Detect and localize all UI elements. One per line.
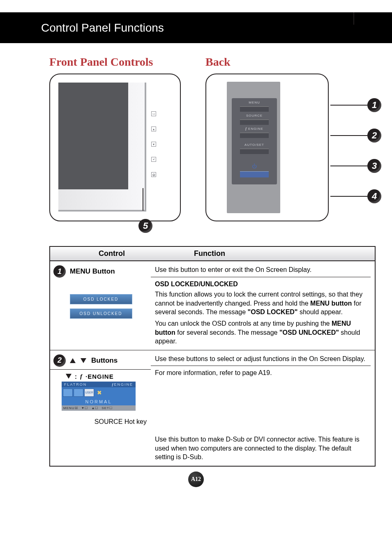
row-badge-2: 2 [53, 354, 66, 367]
source-hotkey-label: SOURCE Hot key [53, 418, 148, 426]
f-engine-osd-preview: FLATRON fENGINE USER ✖ NORMAL MENU☒ ▼☐ ▲… [62, 382, 136, 411]
f-engine-line: : f·ENGINE [66, 373, 148, 380]
back-column: Back MENU SOURCE f ENGINE AUTO/SET ⏻ [205, 55, 329, 221]
function-table: Control Function 1 MENU Button OSD LOCKE… [49, 246, 376, 467]
table-row-menu: 1 MENU Button OSD LOCKED OSD UNLOCKED Us… [50, 261, 375, 350]
menu-glyph-icon: ▭ [151, 111, 156, 116]
osd-paragraph-2: You can unlock the OSD controls at any t… [155, 319, 367, 346]
cell-function-menu: Use this button to enter or exit the On … [151, 261, 375, 350]
diagram-row: Front Panel Controls ▭ ▲ ▼ ↲ ⏻ 5 [0, 43, 392, 225]
fe-normal-label: NORMAL [62, 398, 136, 405]
osd-paragraph-1: This function allows you to lock the cur… [155, 290, 367, 317]
arrow-icons: Buttons [70, 357, 118, 365]
document-page: Control Panel Functions Front Panel Cont… [0, 12, 392, 504]
fe-flatron: FLATRON [64, 382, 87, 386]
back-button-menu [240, 106, 269, 112]
osd-locked-chip: OSD LOCKED [70, 294, 132, 304]
cell-control-menu: 1 MENU Button OSD LOCKED OSD UNLOCKED [50, 261, 151, 350]
page-title: Control Panel Functions [41, 21, 164, 35]
cell-function-arrows: Use these buttons to select or adjust fu… [151, 350, 375, 466]
back-heading: Back [205, 55, 329, 69]
divider [151, 277, 371, 277]
crop-mark [353, 12, 354, 25]
callout-badge-5: 5 [138, 219, 152, 233]
back-label-engine: f ENGINE [245, 127, 263, 131]
back-button-autoset [240, 149, 269, 154]
leader-line-2 [330, 135, 367, 136]
front-heading: Front Panel Controls [49, 55, 181, 69]
callout-row-2: 2 [330, 129, 381, 143]
leader-line-3 [330, 166, 367, 166]
down-arrow-icon [81, 358, 86, 363]
back-button-power [240, 171, 269, 177]
monitor-back-body: MENU SOURCE f ENGINE AUTO/SET ⏻ [227, 82, 280, 213]
table-header: Control Function [50, 247, 375, 261]
callout-number-2: 2 [367, 129, 381, 143]
callout-number-3: 3 [367, 159, 381, 173]
down-arrow-icon [66, 374, 71, 379]
osd-subtitle: OSD LOCKED/UNLOCKED [155, 280, 367, 289]
menu-desc: Use this button to enter or exit the On … [155, 265, 367, 274]
power-glyph-icon: ⏻ [151, 172, 156, 177]
up-arrow-icon [70, 358, 76, 363]
cell-control-arrows: 2 Buttons : f·ENGINE FLATRON [50, 350, 151, 466]
leader-line-5 [143, 188, 143, 211]
arrow-buttons-label: Buttons [91, 357, 118, 365]
back-panel-figure: MENU SOURCE f ENGINE AUTO/SET ⏻ [205, 74, 329, 221]
button-cluster: MENU SOURCE f ENGINE AUTO/SET ⏻ [232, 98, 277, 184]
divider [151, 366, 371, 366]
leader-line-1 [330, 105, 367, 106]
front-column: Front Panel Controls ▭ ▲ ▼ ↲ ⏻ 5 [49, 55, 181, 221]
back-label-menu: MENU [249, 101, 260, 104]
callout-number-1: 1 [367, 98, 381, 112]
fe-nav-bar: MENU☒ ▼☐ ▲☐ SET☐ [62, 405, 136, 411]
divider [50, 369, 151, 370]
monitor-screen [58, 83, 128, 189]
back-button-up [240, 120, 269, 125]
menu-button-label: MENU Button [70, 267, 115, 276]
fe-mode-icon [63, 389, 73, 397]
osd-unlocked-chip: OSD UNLOCKED [70, 308, 132, 319]
page-header: Control Panel Functions [0, 12, 392, 43]
down-glyph-icon: ▼ [151, 142, 156, 147]
table-row-arrows: 2 Buttons : f·ENGINE FLATRON [50, 350, 375, 466]
arrows-desc: Use these buttons to select or adjust fu… [155, 354, 367, 363]
callout-row-3: 3 [330, 159, 381, 173]
row-badge-1: 1 [53, 265, 66, 278]
side-button-strip: ▭ ▲ ▼ ↲ ⏻ [150, 111, 158, 177]
callout-number-4: 4 [367, 189, 381, 203]
power-icon: ⏻ [252, 163, 257, 169]
back-label-source: SOURCE [246, 114, 263, 117]
fe-engine-logo: fENGINE [112, 382, 133, 386]
callout-number-5: 5 [138, 219, 152, 233]
col-header-control: Control [50, 249, 173, 258]
fe-user-icon: USER [84, 389, 94, 397]
fe-mode-icon [74, 389, 83, 397]
back-button-down [240, 133, 269, 138]
leader-line-4 [330, 196, 367, 197]
front-panel-figure: ▭ ▲ ▼ ↲ ⏻ 5 [49, 74, 181, 221]
back-callout-stack: 1 2 3 4 [330, 98, 381, 203]
set-glyph-icon: ↲ [151, 157, 156, 162]
callout-row-4: 4 [330, 189, 381, 203]
fe-close-icon: ✖ [95, 389, 104, 396]
source-desc: Use this button to make D-Sub or DVI con… [155, 435, 367, 462]
page-number-badge: A12 [188, 472, 204, 487]
monitor-bezel: ▭ ▲ ▼ ↲ ⏻ [58, 83, 146, 212]
engine-ref: For more information, refer to page A19. [155, 368, 367, 377]
callout-row-1: 1 [330, 98, 381, 112]
col-header-function: Function [173, 249, 375, 258]
back-label-autoset: AUTO/SET [244, 143, 264, 147]
up-glyph-icon: ▲ [151, 127, 156, 131]
